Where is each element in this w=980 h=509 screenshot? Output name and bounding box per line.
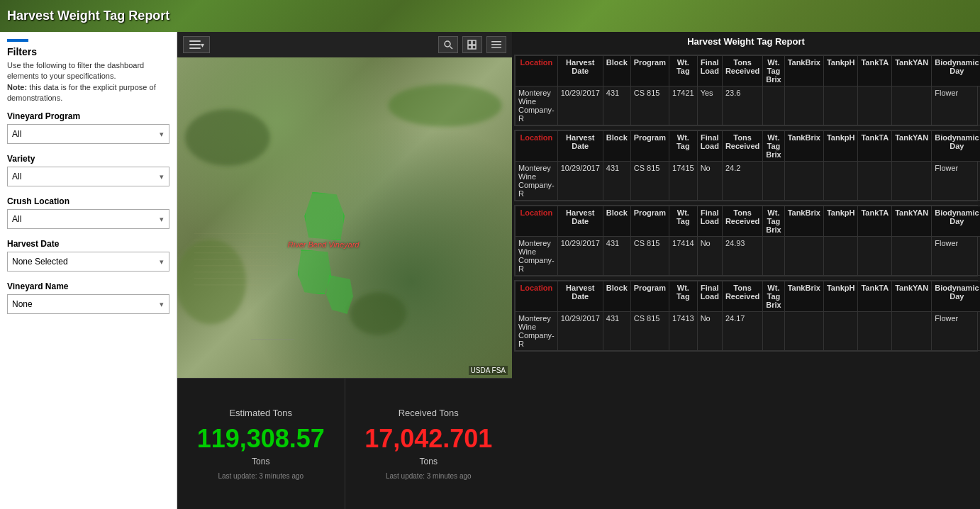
- report-panel: Harvest Weight Tag Report Location Harve…: [512, 32, 980, 509]
- cell-program: CS 815: [630, 86, 669, 125]
- col-location: Location: [516, 56, 558, 86]
- harvest-date-select[interactable]: None Selected: [7, 252, 169, 272]
- cell-harvest-date: 10/29/2017: [557, 86, 603, 125]
- crush-location-select[interactable]: All: [7, 209, 169, 229]
- estimated-tons-label: Estimated Tons: [229, 408, 292, 418]
- svg-rect-10: [491, 44, 501, 45]
- vineyard-name-select[interactable]: None: [7, 294, 169, 314]
- estimated-tons-box: Estimated Tons 119,308.57 Tons Last upda…: [177, 379, 345, 509]
- filters-description: Use the following to filter the dashboar…: [7, 60, 169, 104]
- table-row: Monterey Wine Company-R 10/29/2017 431 C…: [516, 237, 981, 276]
- bookmark-button[interactable]: [462, 36, 482, 53]
- report-table-3: Location Harvest Date Block Program Wt. …: [515, 206, 980, 276]
- received-tons-label: Received Tons: [399, 408, 459, 418]
- cell-biodynamic: Flower: [932, 86, 980, 125]
- report-section-4: Location Harvest Date Block Program Wt. …: [514, 280, 978, 352]
- cell-tank-brix: [784, 86, 823, 125]
- cell-tank-yan: [892, 86, 932, 125]
- col-final-load: Final Load: [697, 56, 722, 86]
- svg-rect-6: [472, 40, 476, 45]
- sidebar: Filters Use the following to filter the …: [0, 32, 177, 509]
- col-biodynamic: Biodynamic Day: [932, 56, 980, 86]
- cell-tons-received: 23.6: [722, 86, 762, 125]
- col-location: Location: [516, 206, 558, 237]
- col-location: Location: [516, 281, 558, 312]
- filters-heading: Filters: [7, 46, 169, 57]
- map-attribution: USDA FSA: [469, 366, 508, 375]
- col-tons-received: Tons Received: [722, 56, 762, 86]
- svg-rect-5: [468, 40, 472, 45]
- filter-variety: Variety All: [7, 154, 169, 186]
- col-location: Location: [516, 131, 558, 162]
- app-header: Harvest Weight Tag Report: [0, 0, 980, 32]
- received-tons-update: Last update: 3 minutes ago: [386, 472, 472, 480]
- cell-block: 431: [603, 86, 630, 125]
- estimated-tons-value: 119,308.57: [197, 424, 325, 454]
- svg-rect-11: [491, 47, 501, 48]
- filter-crush-location: Crush Location All: [7, 196, 169, 229]
- estimated-tons-update: Last update: 3 minutes ago: [218, 472, 304, 480]
- col-program: Program: [630, 56, 669, 86]
- crush-location-label: Crush Location: [7, 196, 169, 206]
- center-panel: ▾: [177, 32, 512, 509]
- cell-tank-ta: [858, 86, 892, 125]
- svg-rect-8: [472, 45, 476, 49]
- map-area[interactable]: River Bend Vineyard USDA FSA: [177, 57, 512, 378]
- svg-rect-0: [189, 40, 201, 42]
- cell-wt-tag-brix: [763, 86, 784, 125]
- report-table-4: Location Harvest Date Block Program Wt. …: [515, 281, 980, 351]
- col-block: Block: [603, 56, 630, 86]
- estimated-tons-unit: Tons: [252, 457, 269, 466]
- col-wt-tag: Wt. Tag: [669, 56, 698, 86]
- search-button[interactable]: [438, 36, 458, 53]
- svg-rect-9: [491, 41, 501, 43]
- cell-tank-ph: [823, 86, 858, 125]
- cell-location: Monterey Wine Company-R: [516, 162, 558, 201]
- variety-label: Variety: [7, 154, 169, 164]
- report-table-2: Location Harvest Date Block Program Wt. …: [515, 130, 980, 201]
- variety-select[interactable]: All: [7, 167, 169, 186]
- svg-point-3: [445, 41, 450, 47]
- harvest-date-label: Harvest Date: [7, 239, 169, 249]
- cell-wt-tag: 17421: [669, 86, 698, 125]
- svg-point-14: [177, 239, 246, 324]
- svg-point-15: [350, 293, 406, 335]
- cell-location: Monterey Wine Company-R: [516, 86, 558, 125]
- col-tank-ph: TankpH: [823, 56, 858, 86]
- cell-final-load: Yes: [697, 86, 722, 125]
- vineyard-name-label: Vineyard Name: [7, 281, 169, 291]
- map-layers-button[interactable]: ▾: [183, 36, 210, 53]
- report-section-1: Location Harvest Date Block Program Wt. …: [514, 55, 978, 126]
- vineyard-program-select[interactable]: All: [7, 124, 169, 144]
- report-section-2: Location Harvest Date Block Program Wt. …: [514, 130, 978, 201]
- list-button[interactable]: [486, 36, 506, 53]
- report-title: Harvest Weight Tag Report: [512, 32, 980, 51]
- cell-location: Monterey Wine Company-R: [516, 237, 558, 276]
- filter-harvest-date: Harvest Date None Selected: [7, 239, 169, 272]
- received-tons-unit: Tons: [420, 457, 438, 466]
- report-section-3: Location Harvest Date Block Program Wt. …: [514, 205, 978, 276]
- map-toolbar: ▾: [177, 32, 512, 57]
- table-row: Monterey Wine Company-R 10/29/2017 431 C…: [516, 86, 981, 125]
- stats-area: Estimated Tons 119,308.57 Tons Last upda…: [177, 378, 512, 509]
- filter-vineyard-program: Vineyard Program All: [7, 111, 169, 144]
- svg-rect-7: [468, 45, 472, 49]
- col-tank-ta: TankTA: [858, 56, 892, 86]
- col-harvest-date: Harvest Date: [557, 56, 603, 86]
- table-row: Monterey Wine Company-R 10/29/2017 431 C…: [516, 162, 981, 201]
- satellite-map: River Bend Vineyard USDA FSA: [177, 57, 512, 378]
- filter-vineyard-name: Vineyard Name None: [7, 281, 169, 314]
- col-wt-tag-brix: Wt. Tag Brix: [763, 56, 784, 86]
- svg-line-4: [450, 47, 453, 50]
- table-row: Monterey Wine Company-R 10/29/2017 431 C…: [516, 312, 981, 351]
- svg-rect-2: [189, 47, 201, 49]
- map-vineyard-label: River Bend Vineyard: [288, 240, 360, 249]
- col-tank-brix: TankBrix: [784, 56, 823, 86]
- cell-location: Monterey Wine Company-R: [516, 312, 558, 351]
- svg-point-12: [185, 109, 270, 166]
- page-title: Harvest Weight Tag Report: [7, 9, 169, 23]
- svg-point-13: [389, 84, 502, 127]
- svg-rect-1: [189, 44, 201, 45]
- main-content: Filters Use the following to filter the …: [0, 32, 980, 509]
- col-tank-yan: TankYAN: [892, 56, 932, 86]
